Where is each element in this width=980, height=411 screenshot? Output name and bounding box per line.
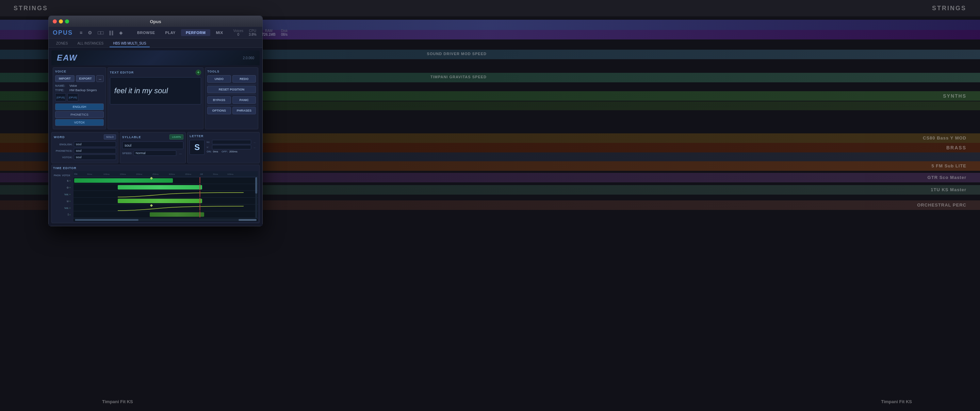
phon-row-s: s + — [53, 177, 72, 184]
syllable-header: SYLLABLE — [122, 135, 141, 139]
votox-col-label: VOTOX — [62, 174, 70, 177]
track-u-bar — [118, 199, 202, 203]
solo-button[interactable]: SOLO — [104, 134, 116, 140]
tab-mix[interactable]: MIX — [211, 29, 228, 36]
menu-icon[interactable]: ≡ — [78, 29, 84, 36]
tools-header: TOOLS — [207, 70, 256, 73]
import-button[interactable]: IMPORT — [55, 75, 75, 82]
phon-row-vol1: Vol. + — [53, 191, 72, 198]
letter-v-more[interactable]: ... — [252, 145, 257, 149]
timeline[interactable]: On 50ms 100ms 150ms 200ms 250ms 300ms 35… — [73, 171, 258, 221]
daw-title-left: STRINGS — [14, 5, 48, 12]
opus-nav-tabs: BROWSE PLAY PERFORM MIX — [132, 29, 228, 36]
time-editor-content: PHON VOTOX s + o + Vol. — [53, 171, 258, 221]
export-button[interactable]: EXPORT — [76, 75, 95, 82]
phon-s-label: s — [67, 179, 69, 182]
tab-browse[interactable]: BROWSE — [132, 29, 160, 36]
scrollbar-track — [75, 219, 256, 221]
tab-all-instances[interactable]: ALL INSTANCES — [74, 40, 107, 47]
speed-label: SPEED: — [122, 152, 132, 155]
add-text-button[interactable]: + — [196, 70, 201, 75]
on-label: ON: — [207, 150, 212, 153]
track-gtr-label: GTR Sco Master — [928, 175, 966, 180]
undo-button[interactable]: UNDO — [207, 75, 231, 83]
word-votox-label: VOTOX: — [54, 156, 73, 159]
diamond-icon[interactable]: ◈ — [118, 29, 124, 36]
letter-ks-more[interactable]: ... — [252, 140, 257, 144]
tools-panel: TOOLS UNDO REDO RESET POSITION BYPASS PA… — [205, 67, 258, 129]
tab-hbs[interactable]: HBS WB MULTI_SUS — [110, 40, 150, 47]
on-value: 0ms — [213, 150, 218, 153]
voice-more-button[interactable]: ... — [96, 75, 104, 82]
word-votox-input[interactable] — [74, 155, 116, 160]
ruler-50ms-1: 50ms — [87, 173, 92, 175]
letter-header-row: LETTER — [189, 134, 257, 138]
main-grid: VOICE IMPORT EXPORT ... NAME: Voice TYPE… — [51, 66, 259, 131]
vol-curve-2 — [73, 204, 243, 211]
word-header: WORD — [54, 135, 65, 139]
speed-input[interactable] — [134, 150, 176, 156]
syllable-more-button[interactable]: ... — [178, 151, 184, 156]
scrollbar-thumb — [75, 219, 138, 221]
vol-curve-1 — [73, 191, 243, 198]
window-buttons — [53, 19, 69, 24]
bottom-scrollbar[interactable] — [73, 218, 258, 221]
timeline-ruler: On 50ms 100ms 150ms 200ms 250ms 300ms 35… — [73, 171, 258, 177]
votox-button[interactable]: VOTOX — [55, 119, 104, 126]
settings-icon[interactable]: ⚙ — [86, 29, 94, 36]
playhead-5 — [199, 204, 200, 210]
tab-zones[interactable]: ZONES — [53, 40, 71, 47]
redo-button[interactable]: REDO — [232, 75, 256, 83]
word-english-row: ENGLISH: — [54, 142, 116, 147]
scrollbar-thumb2 — [239, 219, 256, 221]
grid-icon[interactable]: □□ — [96, 29, 105, 36]
tab-play[interactable]: PLAY — [161, 29, 180, 36]
speed-row: SPEED: ... — [122, 150, 183, 156]
playhead-4 — [199, 198, 200, 204]
ruler-on-label: On — [74, 173, 77, 175]
off-label: OFF: — [221, 150, 228, 153]
voice-name-label: NAME: — [55, 84, 68, 88]
tools-divider-3 — [207, 105, 256, 105]
syllable-input[interactable] — [122, 142, 183, 149]
learn-button[interactable]: LEARN — [169, 134, 183, 140]
voice-header: VOICE — [55, 70, 104, 73]
eaw-version: 2.0.060 — [243, 56, 254, 60]
tab-perform[interactable]: PERFORM — [181, 29, 211, 36]
letter-ks-input[interactable] — [212, 140, 251, 144]
bypass-button[interactable]: BYPASS — [207, 96, 231, 104]
english-button[interactable]: ENGLISH — [55, 104, 104, 110]
letter-panel: LETTER S ks: ... v: — [187, 132, 259, 163]
window-minimize-button[interactable] — [59, 19, 63, 24]
text-content: feel it in my soul — [115, 86, 168, 95]
panic-button[interactable]: PANIC — [232, 96, 256, 104]
reset-position-button[interactable]: RESET POSITION — [207, 86, 256, 93]
phon-col-headers: PHON VOTOX — [53, 171, 72, 177]
phrases-button[interactable]: PHRASES — [232, 107, 256, 114]
phon-labels-area: PHON VOTOX s + o + Vol. — [53, 171, 72, 221]
chorus1-icon[interactable]: [OPUS] — [55, 93, 66, 101]
phonetics-button[interactable]: PHONETICS — [55, 111, 104, 118]
right-scrollbar[interactable] — [255, 177, 257, 218]
word-votox-row: VOTOX: — [54, 155, 116, 160]
phon-vol2-label: Vol. — [64, 207, 69, 210]
window-maximize-button[interactable] — [65, 19, 69, 24]
time-editor-header: TIME EDITOR — [53, 166, 258, 170]
voice-btn-row: IMPORT EXPORT ... — [55, 75, 104, 82]
word-phonetics-input[interactable] — [74, 148, 116, 153]
bars-icon[interactable]: ∥∥ — [108, 29, 115, 36]
chorus2-icon[interactable]: [OPUS] — [67, 93, 78, 101]
text-editor-label: TEXT EDITOR — [110, 71, 134, 74]
word-english-input[interactable] — [74, 142, 116, 147]
window-close-button[interactable] — [53, 19, 57, 24]
ruler-50ms-2: 50ms — [213, 173, 218, 175]
letter-v-input[interactable] — [212, 145, 251, 149]
track-s-row — [73, 177, 258, 184]
time-editor: TIME EDITOR PHON VOTOX s + o — [51, 165, 259, 223]
options-button[interactable]: OPTIONS — [207, 107, 231, 114]
text-display[interactable]: feel it in my soul — [110, 77, 201, 104]
plus-u: + — [69, 200, 71, 203]
track-brass-label: BRASS — [946, 145, 966, 150]
playhead-3 — [199, 191, 200, 197]
letter-header: LETTER — [189, 134, 204, 138]
